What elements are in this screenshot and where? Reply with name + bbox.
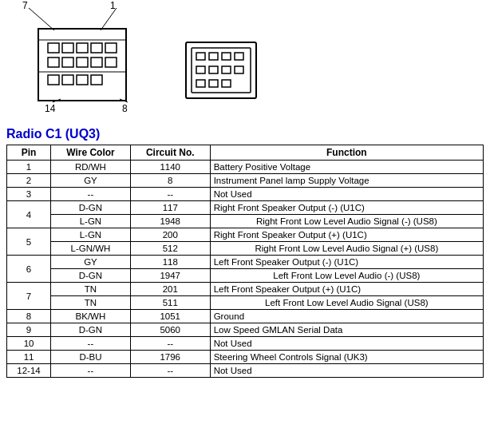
svg-rect-35 — [222, 80, 231, 87]
svg-rect-5 — [62, 43, 73, 53]
svg-rect-24 — [192, 48, 251, 93]
svg-rect-12 — [91, 57, 102, 67]
header-pin: Pin — [7, 145, 51, 161]
table-row: 8BK/WH1051Ground — [7, 310, 484, 323]
svg-rect-33 — [196, 80, 205, 87]
connector-right-svg — [182, 38, 262, 110]
table-row: 10----Not Used — [7, 337, 484, 351]
header-function: Function — [210, 145, 483, 161]
svg-rect-17 — [77, 75, 88, 85]
svg-rect-27 — [222, 53, 231, 60]
table-row: 1RD/WH1140Battery Positive Voltage — [7, 161, 484, 174]
svg-rect-13 — [105, 57, 117, 67]
svg-rect-29 — [196, 66, 205, 73]
svg-rect-6 — [77, 43, 88, 53]
section-title: Radio C1 (UQ3) — [6, 127, 484, 141]
svg-rect-11 — [77, 57, 88, 67]
svg-text:14: 14 — [45, 103, 56, 114]
svg-line-1 — [101, 8, 117, 30]
table-row: L-GN/WH512Right Front Low Level Audio Si… — [7, 242, 484, 256]
svg-rect-18 — [91, 75, 102, 85]
pin-table: Pin Wire Color Circuit No. Function 1RD/… — [6, 145, 484, 378]
svg-rect-15 — [48, 75, 59, 85]
table-row: 12-14----Not Used — [7, 364, 484, 378]
table-row: 2GY8Instrument Panel lamp Supply Voltage — [7, 174, 484, 188]
table-row: 3----Not Used — [7, 188, 484, 201]
svg-rect-7 — [91, 43, 102, 53]
svg-rect-31 — [222, 66, 231, 73]
table-row: 5L-GN200Right Front Speaker Output (+) (… — [7, 228, 484, 242]
diagram-area: 7 1 — [6, 6, 484, 122]
table-row: TN511Left Front Low Level Audio Signal (… — [7, 296, 484, 310]
table-row: 4D-GN117Right Front Speaker Output (-) (… — [7, 201, 484, 215]
svg-rect-34 — [209, 80, 218, 87]
svg-line-0 — [29, 8, 54, 30]
label-1: 1 — [110, 0, 116, 11]
table-row: 7TN201Left Front Speaker Output (+) (U1C… — [7, 283, 484, 296]
svg-rect-9 — [48, 57, 59, 67]
svg-rect-26 — [209, 53, 218, 60]
header-circuit: Circuit No. — [130, 145, 210, 161]
svg-rect-32 — [235, 66, 243, 73]
svg-rect-16 — [62, 75, 73, 85]
svg-rect-25 — [196, 53, 205, 60]
svg-rect-28 — [235, 53, 243, 60]
connector-left-svg: 14 8 — [6, 6, 158, 122]
svg-rect-10 — [62, 57, 73, 67]
svg-rect-4 — [48, 43, 59, 53]
svg-text:8: 8 — [122, 103, 128, 114]
svg-rect-8 — [105, 43, 117, 53]
header-wire: Wire Color — [51, 145, 131, 161]
table-row: 11D-BU1796Steering Wheel Controls Signal… — [7, 351, 484, 364]
table-row: 6GY118Left Front Speaker Output (-) (U1C… — [7, 256, 484, 269]
table-row: 9D-GN5060Low Speed GMLAN Serial Data — [7, 323, 484, 337]
table-row: D-GN1947Left Front Low Level Audio (-) (… — [7, 269, 484, 283]
table-row: L-GN1948Right Front Low Level Audio Sign… — [7, 215, 484, 228]
svg-rect-30 — [209, 66, 218, 73]
label-7: 7 — [22, 0, 28, 11]
